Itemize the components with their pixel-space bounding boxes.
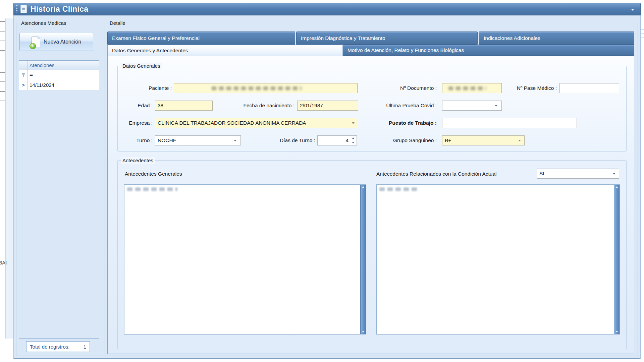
antecedentes-generales-label: Antecedentes Generales: [125, 170, 182, 178]
antecedentes-relacionados-textarea[interactable]: [376, 184, 620, 335]
window-titlebar[interactable]: Historia Clinica: [13, 3, 641, 15]
chevron-down-icon[interactable]: [518, 140, 521, 141]
tab-label: Examen Físico General y Preferencial: [112, 35, 200, 41]
fecha-nacimiento-input[interactable]: 2/01/1987: [297, 101, 358, 111]
background-line: [0, 50, 5, 51]
row-selector-icon: >: [19, 80, 28, 90]
background-line: [0, 91, 5, 92]
background-line: [641, 29, 644, 30]
filter-funnel-icon[interactable]: [19, 70, 28, 80]
window-title: Historia Clinica: [31, 5, 88, 14]
scroll-down-icon[interactable]: [615, 331, 618, 333]
spinner-up-icon[interactable]: [352, 137, 355, 139]
tab-examen-fisico[interactable]: Examen Físico General y Preferencial: [107, 32, 295, 45]
grupo-sanguineo-combobox[interactable]: B+: [442, 135, 525, 145]
edad-input[interactable]: 38: [155, 101, 213, 111]
tab-datos-generales[interactable]: Datos Generales y Antecedentes: [107, 45, 342, 56]
background-line: [0, 101, 5, 101]
antecedentes-group-label: Antecedentes: [121, 157, 155, 164]
grid-indicator-header: [19, 61, 28, 70]
pase-medico-label: Nº Pase Médico :: [501, 83, 557, 93]
background-column: [5, 18, 14, 339]
puesto-trabajo-label: Puesto de Trabajo :: [361, 118, 437, 128]
documento-input[interactable]: [442, 83, 502, 93]
records-total-label: Total de registros:: [30, 344, 69, 350]
antecedentes-relacionados-combobox[interactable]: SI: [537, 169, 619, 179]
records-total-count: 1: [84, 344, 86, 350]
background-line: [641, 38, 644, 38]
chevron-down-icon[interactable]: [613, 173, 615, 175]
empresa-combobox[interactable]: CLINICA DEL TRABAJADOR SOCIEDAD ANONIMA …: [155, 118, 358, 128]
puesto-trabajo-input[interactable]: [442, 118, 577, 128]
atencion-date-cell[interactable]: 14/11/2024: [28, 80, 99, 90]
dias-turno-value: 4: [345, 136, 348, 145]
grupo-sanguineo-value: B+: [445, 137, 451, 143]
tab-label: Datos Generales y Antecedentes: [112, 48, 188, 54]
tab-label: Impresión Diagnóstica y Tratamiento: [301, 35, 385, 41]
dias-turno-stepper[interactable]: 4: [317, 135, 357, 145]
prueba-covid-label: Última Prueba Covid :: [366, 101, 437, 111]
tab-label: Indicaciones Adicionales: [484, 35, 540, 41]
empresa-label: Empresa :: [116, 118, 153, 128]
tab-impresion-diagnostica[interactable]: Impresión Diagnóstica y Tratamiento: [296, 32, 478, 45]
tab-indicaciones-adicionales[interactable]: Indicaciones Adicionales: [479, 32, 634, 45]
background-line: [0, 31, 5, 32]
grid-filter-row[interactable]: =: [19, 70, 99, 80]
chevron-down-icon[interactable]: [495, 105, 497, 107]
fecha-nacimiento-label: Fecha de nacimiento :: [225, 101, 294, 111]
paciente-label: Paciente :: [131, 83, 172, 93]
antecedentes-relacionados-label: Antecedentes Relacionados con la Condici…: [376, 170, 496, 178]
atenciones-grid: Atenciones = > 14/11/2024: [19, 60, 99, 339]
scroll-down-icon[interactable]: [362, 331, 365, 333]
detalle-group-label: Detalle: [108, 20, 127, 26]
paciente-input[interactable]: [174, 83, 358, 93]
grid-data-row[interactable]: > 14/11/2024: [19, 80, 99, 90]
scroll-up-icon[interactable]: [615, 186, 618, 188]
titlebar-grip[interactable]: [16, 5, 17, 13]
vertical-scrollbar[interactable]: [614, 185, 620, 334]
prueba-covid-combobox[interactable]: [442, 101, 502, 111]
scroll-up-icon[interactable]: [362, 186, 365, 188]
grid-column-header-atenciones[interactable]: Atenciones: [28, 61, 99, 70]
document-icon: [20, 5, 27, 13]
atenciones-group-label: Atenciones Medicas: [19, 20, 68, 26]
turno-label: Turno :: [116, 135, 153, 145]
datos-generales-label: Datos Generales: [121, 63, 162, 69]
turno-value: NOCHE: [158, 137, 176, 143]
documento-label: Nº Documento :: [379, 83, 437, 93]
grid-header-row: Atenciones: [19, 61, 99, 70]
plus-icon: +: [30, 43, 36, 49]
edad-value: 38: [158, 103, 163, 108]
redacted-document-number: [448, 86, 486, 90]
background-line: [0, 81, 5, 82]
empresa-value: CLINICA DEL TRABAJADOR SOCIEDAD ANONIMA …: [158, 120, 306, 126]
tab-motivo-atencion[interactable]: Motivo de Atención, Relato y Funciones B…: [343, 45, 634, 56]
tab-label: Motivo de Atención, Relato y Funciones B…: [347, 47, 464, 53]
chevron-down-icon[interactable]: [352, 122, 355, 124]
background-line: [0, 21, 5, 22]
redacted-antecedentes-text: [127, 187, 177, 191]
edad-label: Edad :: [116, 101, 153, 111]
background-line: [0, 41, 5, 41]
antecedentes-relacionados-value: SI: [539, 171, 544, 176]
fecha-nacimiento-value: 2/01/1987: [300, 103, 323, 108]
records-total-box: Total de registros: 1: [26, 341, 90, 352]
grupo-sanguineo-label: Grupo Sanguineo :: [369, 135, 437, 145]
redacted-antecedentes-text: [379, 187, 419, 191]
background-text-fragment: 3AI: [0, 260, 7, 265]
spinner-down-icon[interactable]: [352, 142, 355, 143]
background-line: [0, 72, 5, 73]
chevron-down-icon[interactable]: [234, 140, 236, 141]
new-document-icon: +: [32, 37, 40, 47]
background-line: [641, 34, 644, 34]
nueva-atencion-label: Nueva Atención: [44, 39, 81, 45]
vertical-scrollbar[interactable]: [360, 185, 366, 334]
nueva-atencion-button[interactable]: + Nueva Atención: [19, 33, 93, 51]
turno-combobox[interactable]: NOCHE: [155, 135, 241, 145]
pase-medico-input[interactable]: [559, 83, 619, 93]
dias-turno-label: Días de Turno :: [260, 135, 315, 145]
redacted-patient-name: [212, 86, 302, 90]
filter-operator[interactable]: =: [28, 70, 99, 80]
antecedentes-generales-textarea[interactable]: [124, 184, 366, 335]
titlebar-dropdown-icon[interactable]: [631, 9, 634, 11]
